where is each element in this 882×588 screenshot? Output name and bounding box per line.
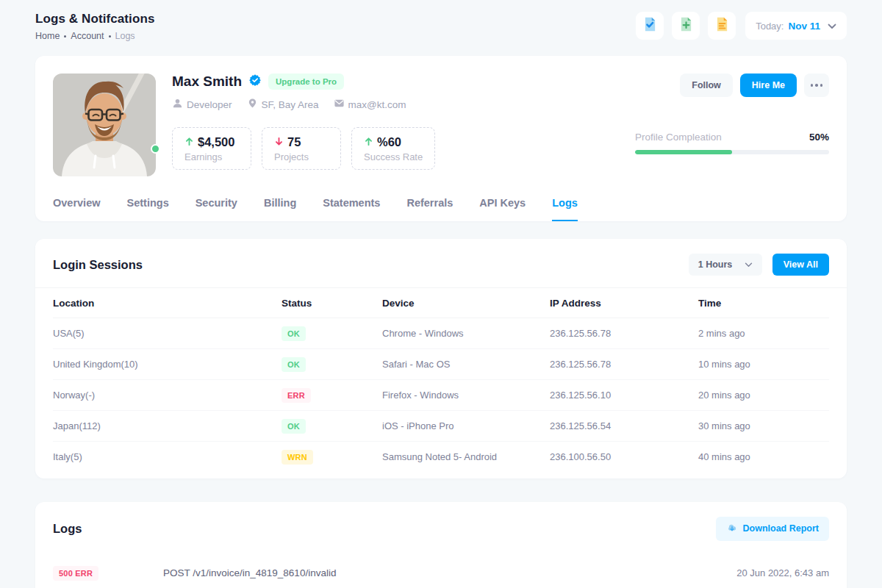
tab-statements[interactable]: Statements	[323, 197, 380, 221]
cell-device: iOS - iPhone Pro	[382, 411, 550, 442]
file-check-icon	[642, 16, 658, 35]
column-ip-address: IP Address	[550, 288, 698, 318]
pin-icon	[247, 98, 258, 111]
file-check-button[interactable]	[636, 12, 664, 40]
follow-button[interactable]: Follow	[680, 74, 733, 97]
profile-tabs: Overview Settings Security Billing State…	[53, 197, 829, 221]
tab-logs[interactable]: Logs	[552, 197, 578, 221]
cell-location: Japan(112)	[53, 411, 282, 442]
breadcrumb-account[interactable]: Account	[71, 31, 104, 41]
tab-api-keys[interactable]: API Keys	[479, 197, 526, 221]
table-row: Japan(112) OK iOS - iPhone Pro 236.125.5…	[53, 411, 829, 442]
cell-location: USA(5)	[53, 318, 282, 349]
table-header-row: Location Status Device IP Address Time	[53, 288, 829, 318]
cell-location: United Kingdom(10)	[53, 349, 282, 380]
cell-location: Norway(-)	[53, 380, 282, 411]
cell-time: 30 mins ago	[698, 411, 829, 442]
chevron-down-icon	[828, 19, 836, 32]
cell-time: 2 mins ago	[698, 318, 829, 349]
column-location: Location	[53, 288, 282, 318]
file-lines-icon	[714, 16, 730, 35]
cell-time: 10 mins ago	[698, 349, 829, 380]
table-row: Italy(5) WRN Samsung Noted 5- Android 23…	[53, 442, 829, 473]
file-add-button[interactable]	[672, 12, 700, 40]
cell-ip: 236.100.56.50	[550, 442, 698, 473]
download-report-button[interactable]: Download Report	[716, 517, 829, 541]
log-message: POST /v1/invoice/in_4819_8610/invalid	[163, 567, 736, 578]
verified-badge-icon	[248, 74, 262, 90]
cell-device: Firefox - Windows	[382, 380, 550, 411]
stat-earnings: $4,500 Earnings	[172, 127, 251, 170]
table-row: Norway(-) ERR Firefox - Windows 236.125.…	[53, 380, 829, 411]
cell-location: Italy(5)	[53, 442, 282, 473]
user-icon	[172, 98, 183, 111]
tab-settings[interactable]: Settings	[127, 197, 169, 221]
profile-role: Developer	[172, 98, 232, 111]
status-badge: OK	[282, 357, 306, 372]
page-heading: Logs & Notifcations Home Account Logs	[35, 12, 154, 41]
completion-percent: 50%	[809, 132, 829, 143]
status-badge: OK	[282, 326, 306, 341]
status-badge: ERR	[282, 388, 311, 403]
topbar: Logs & Notifcations Home Account Logs To…	[0, 0, 882, 44]
tab-overview[interactable]: Overview	[53, 197, 101, 221]
file-plus-icon	[678, 16, 694, 35]
cell-device: Samsung Noted 5- Android	[382, 442, 550, 473]
cloud-download-icon	[726, 523, 738, 535]
profile-stats: $4,500 Earnings 75 Projects	[172, 127, 435, 170]
completion-label: Profile Compleation	[635, 132, 722, 143]
breadcrumb: Home Account Logs	[35, 31, 154, 41]
cell-ip: 236.125.56.10	[550, 380, 698, 411]
table-row: USA(5) OK Chrome - Windows 236.125.56.78…	[53, 318, 829, 349]
breadcrumb-separator	[64, 35, 66, 37]
cell-ip: 236.125.56.78	[550, 318, 698, 349]
column-device: Device	[382, 288, 550, 318]
sessions-filter-select[interactable]: 1 Hours	[689, 254, 762, 276]
online-status-dot	[151, 144, 160, 154]
profile-meta: Developer SF, Bay Area	[172, 98, 406, 111]
stat-projects: 75 Projects	[262, 127, 341, 170]
mail-icon	[334, 98, 345, 111]
file-report-button[interactable]	[708, 12, 736, 40]
stat-success-rate: %60 Success Rate	[351, 127, 435, 170]
page-title: Logs & Notifcations	[35, 12, 154, 26]
view-all-button[interactable]: View All	[772, 254, 829, 276]
date-selector[interactable]: Today: Nov 11	[745, 12, 847, 40]
cell-time: 40 mins ago	[698, 442, 829, 473]
date-label: Today:	[756, 21, 784, 32]
tab-billing[interactable]: Billing	[264, 197, 296, 221]
completion-bar-fill	[635, 150, 732, 154]
upgrade-to-pro-badge[interactable]: Upgrade to Pro	[268, 74, 344, 90]
profile-completion: Profile Compleation 50%	[635, 132, 829, 154]
column-status: Status	[282, 288, 382, 318]
cell-ip: 236.125.56.78	[550, 349, 698, 380]
trend-down-icon	[274, 136, 284, 149]
profile-card: Max Smith Upgrade to Pro Deve	[35, 56, 847, 221]
breadcrumb-separator	[109, 35, 111, 37]
cell-time: 20 mins ago	[698, 380, 829, 411]
more-options-button[interactable]	[804, 74, 829, 97]
breadcrumb-logs: Logs	[115, 31, 135, 41]
login-sessions-card: Login Sessions 1 Hours View All Location…	[35, 239, 847, 478]
cell-ip: 236.125.56.54	[550, 411, 698, 442]
date-value: Nov 11	[788, 21, 820, 32]
log-entry: 500 ERR POST /v1/invoice/in_4819_8610/in…	[35, 556, 847, 581]
status-badge: WRN	[282, 450, 313, 465]
cell-device: Chrome - Windows	[382, 318, 550, 349]
trend-up-icon	[184, 136, 194, 149]
profile-identity: Max Smith Upgrade to Pro Deve	[172, 74, 406, 111]
tab-security[interactable]: Security	[196, 197, 237, 221]
topbar-actions: Today: Nov 11	[636, 12, 847, 40]
trend-up-icon	[364, 136, 373, 149]
breadcrumb-home[interactable]: Home	[35, 31, 60, 41]
completion-bar	[635, 150, 829, 154]
log-time: 20 Jun 2022, 6:43 am	[736, 567, 829, 578]
profile-name: Max Smith	[172, 74, 242, 90]
status-badge: OK	[282, 419, 306, 434]
login-sessions-table: Location Status Device IP Address Time U…	[53, 288, 829, 473]
log-status-badge: 500 ERR	[53, 566, 98, 581]
profile-actions: Follow Hire Me	[680, 74, 829, 97]
chevron-down-icon	[745, 259, 753, 270]
hire-me-button[interactable]: Hire Me	[740, 74, 797, 97]
tab-referrals[interactable]: Referrals	[406, 197, 453, 221]
